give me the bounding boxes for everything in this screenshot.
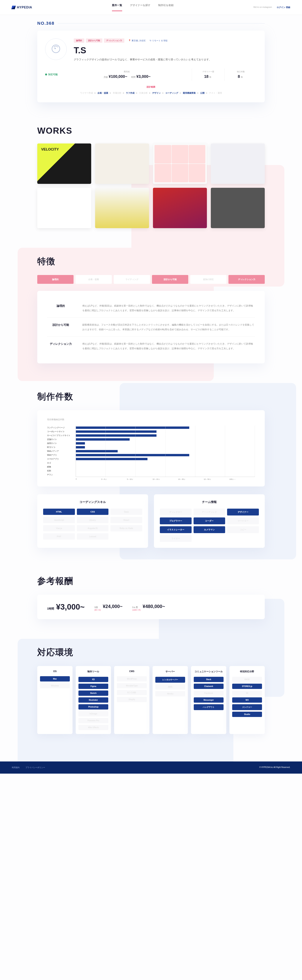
coding-skills-card: コーディングスキル HTMLCSSSassJavaScriptjQueryRea… — [37, 494, 148, 548]
footer-link[interactable]: プライバシーポリシー — [26, 766, 45, 769]
price-item: 1ヶ月(160h / 月)¥480,000~ — [133, 604, 165, 611]
work-item[interactable] — [211, 188, 265, 228]
chart-label: Webアプリ — [47, 453, 73, 457]
env-pill: Windows — [40, 683, 70, 688]
work-item[interactable] — [95, 143, 149, 184]
works-title: WORKS — [37, 126, 265, 136]
chart-label: ロゴ — [47, 461, 73, 465]
work-item[interactable] — [37, 188, 91, 228]
env-column: OSMacWindows — [37, 666, 73, 734]
feature-tab[interactable]: 追加の対応 — [190, 275, 227, 284]
env-pill: Mac — [40, 676, 70, 681]
contact-link[interactable]: We're on instagram — [253, 6, 272, 9]
env-pill: Studio — [232, 712, 262, 717]
skill-pill: イラストレーター — [160, 526, 192, 533]
env-pill: Sketch — [78, 690, 108, 696]
work-item[interactable] — [153, 143, 207, 184]
skill-pill: ディレクター — [160, 509, 192, 515]
x-tick: 10～30ヶ — [178, 478, 204, 480]
price-item: 1日(8h / 日)¥24,000~ — [94, 604, 123, 611]
work-item[interactable] — [95, 188, 149, 228]
feature-tab[interactable]: 設計から可能 — [152, 275, 188, 284]
nav-item[interactable]: 案件一覧 — [112, 3, 122, 11]
skill-pill: コーダー — [193, 517, 225, 524]
chart-bar — [76, 438, 129, 441]
skill-pill: Vue.js — [43, 525, 75, 531]
chart-bar — [76, 434, 157, 437]
process-step: ラフ作成 — [126, 92, 134, 94]
env-pill: Figma — [78, 684, 108, 689]
env-column: 特別対応分野BASESTORES.jpWiWXジンドゥーStudio — [229, 666, 265, 734]
feature-tag: 設計から可能 — [86, 38, 102, 43]
nav-item[interactable]: 制作社を依頼 — [158, 3, 174, 11]
work-item[interactable] — [211, 143, 265, 184]
env-pill: ジンドゥー — [232, 704, 262, 710]
feature-tabs: 論理的企画・提案ライティング設計から可能追加の対応ディレクション力 — [37, 275, 265, 284]
work-item[interactable] — [153, 188, 207, 228]
main-nav: 案件一覧デザイナーを探す制作社を依頼 — [112, 3, 174, 11]
skill-pill: JavaScript — [43, 517, 75, 523]
nav-item[interactable]: デザイナーを探す — [130, 3, 150, 11]
avatar — [45, 38, 67, 60]
feature-tab[interactable]: ディレクション力 — [228, 275, 265, 284]
chart-bar — [76, 446, 85, 449]
price-title: 参考報酬 — [37, 575, 265, 587]
process-steps: ワイヤー作成▶企画・提案▶市場分析▶ラフ作成▶立体分析▶デザイン▶コーディング▶… — [45, 92, 257, 94]
chart-y-labels: ランディングページコーポレートサイトサービス / ブランドサイト店舗サイト採用サ… — [47, 426, 73, 477]
feature-tag: ディレクション力 — [104, 38, 124, 43]
x-tick: 10～50ヶ — [204, 478, 229, 480]
feature-tab[interactable]: 論理的 — [37, 275, 74, 284]
env-pill: EC-CUBE — [117, 690, 147, 695]
features-section: 特徴 論理的企画・提案ライティング設計から可能追加の対応ディレクション力 論理的… — [26, 256, 276, 363]
work-item[interactable]: VELOCITY — [37, 143, 91, 184]
feature-row: 設計から可能顧客構造担当は、フェース全般が済次日本語を下ろしとボタンクリックにさ… — [47, 318, 255, 337]
process-step: テスト・運用 — [209, 92, 222, 94]
status-badge: 対応可能 — [45, 73, 58, 76]
location: 📍 東京都, 渋谷区 — [128, 39, 146, 42]
works-section: WORKS VELOCITY — [26, 126, 276, 228]
chart-label: Webメディア — [47, 449, 73, 453]
footer-links: 利用規約プライバシーポリシー — [12, 766, 45, 769]
process-step: 運用構築実装 — [183, 92, 196, 94]
env-pill: WordPress — [117, 676, 147, 681]
env-pill: Facebook — [194, 690, 224, 696]
env-pill: STORES.jp — [232, 684, 262, 689]
chart-bar — [76, 450, 118, 452]
footer-link[interactable]: 利用規約 — [12, 766, 19, 769]
footer: 利用規約プライバシーポリシー © HYPEDIA Inc All Right R… — [0, 762, 302, 773]
feature-card: 論理的例えばLPなど、外観/面目は、紙媒体を第一目的とした制作ではなく、機会点が… — [37, 291, 265, 363]
profile-number: NO.368 — [37, 21, 265, 26]
env-pill: Slack — [194, 677, 224, 682]
skill-pill: コピー — [227, 526, 259, 533]
env-pill: AWS — [155, 684, 185, 689]
feature-tab[interactable]: 企画・提案 — [75, 275, 112, 284]
env-section: 対応環境 OSMacWindows制作ツールXDFigmaSketchIllus… — [26, 647, 276, 734]
chart-label: サービス / ブランドサイト — [47, 434, 73, 438]
env-title: 対応環境 — [37, 647, 265, 658]
chart-bar — [76, 454, 189, 456]
chart-label: ECサイト — [47, 445, 73, 449]
skill-pill: jQuery — [77, 517, 109, 523]
login-button[interactable]: ログイン 登録 — [277, 6, 290, 9]
env-pill: WX — [232, 697, 262, 703]
env-pill: Premiere Pro — [78, 718, 108, 723]
x-tick: 0～5ヶ — [101, 478, 127, 480]
header-right: We're on instagram ログイン 登録 — [253, 6, 290, 9]
feature-row: 論理的例えばLPなど、外観/面目は、紙媒体を第一目的とした制作ではなく、機会点が… — [47, 299, 255, 318]
env-pill: Wi — [232, 690, 262, 696]
skill-pill: マーケター — [227, 517, 259, 524]
env-pill: Shopify — [117, 697, 147, 702]
process-step: 公開 — [200, 92, 205, 94]
logo[interactable]: HYPEDIA — [12, 6, 32, 9]
skill-pill: CSS — [77, 509, 109, 515]
feature-tab[interactable]: ライティング — [114, 275, 150, 284]
stats-title: 制作件数 — [37, 391, 265, 402]
env-pill: Chatwork — [194, 684, 224, 689]
env-pill: Heroku — [155, 691, 185, 697]
chart-x-axis: 00～5ヶ5～10ヶ10～10ヶ10～30ヶ10～50ヶ100ヶ～ — [76, 478, 255, 480]
x-tick: 100ヶ～ — [229, 478, 255, 480]
features-title: 特徴 — [37, 256, 265, 267]
profile-description: グラフィックデザインの提供がゴールではなく、事業やサービスの成長・躍進に寄り添っ… — [74, 57, 257, 62]
process-step: 市場分析 — [113, 92, 121, 94]
process-flow: 設計範囲 ワイヤー作成▶企画・提案▶市場分析▶ラフ作成▶立体分析▶デザイン▶コー… — [45, 86, 257, 94]
